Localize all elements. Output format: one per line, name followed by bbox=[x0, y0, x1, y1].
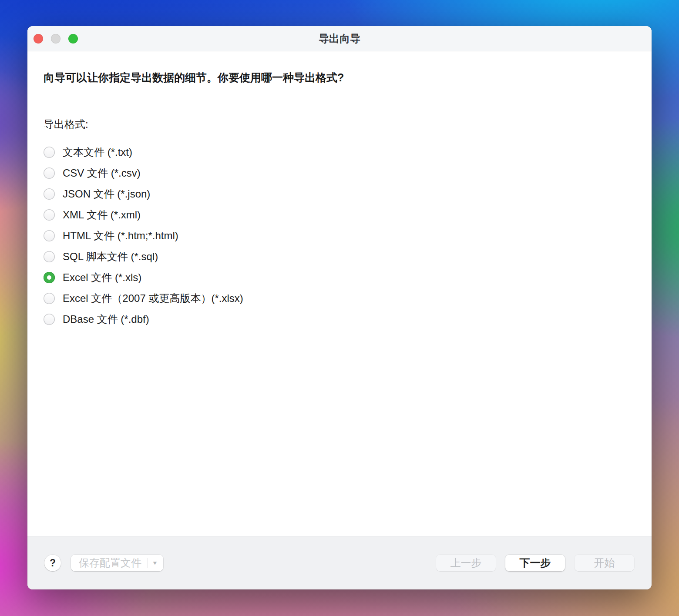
format-radio-list: 文本文件 (*.txt) CSV 文件 (*.csv) JSON 文件 (*.j… bbox=[44, 142, 634, 330]
close-button[interactable] bbox=[34, 34, 43, 44]
chevron-down-icon: ▼ bbox=[152, 560, 158, 566]
format-option-label: SQL 脚本文件 (*.sql) bbox=[63, 250, 158, 264]
radio-button-icon bbox=[44, 209, 55, 221]
radio-button-icon bbox=[44, 251, 55, 262]
format-option-label: 文本文件 (*.txt) bbox=[63, 145, 132, 159]
export-wizard-window: 导出向导 向导可以让你指定导出数据的细节。你要使用哪一种导出格式? 导出格式: … bbox=[27, 26, 652, 589]
format-option-label: Excel 文件 (*.xls) bbox=[63, 271, 141, 285]
format-option[interactable]: CSV 文件 (*.csv) bbox=[44, 163, 634, 184]
help-button[interactable]: ? bbox=[44, 555, 61, 571]
format-option[interactable]: XML 文件 (*.xml) bbox=[44, 204, 634, 225]
format-option-label: HTML 文件 (*.htm;*.html) bbox=[63, 229, 178, 243]
save-profile-button[interactable]: 保存配置文件 ▼ bbox=[71, 555, 163, 571]
format-option[interactable]: SQL 脚本文件 (*.sql) bbox=[44, 246, 634, 267]
format-option[interactable]: DBase 文件 (*.dbf) bbox=[44, 309, 634, 330]
format-option-label: DBase 文件 (*.dbf) bbox=[63, 312, 149, 326]
format-option-label: CSV 文件 (*.csv) bbox=[63, 166, 141, 180]
wizard-content: 向导可以让你指定导出数据的细节。你要使用哪一种导出格式? 导出格式: 文本文件 … bbox=[27, 51, 652, 536]
footer-toolbar: ? 保存配置文件 ▼ 上一步 下一步 开始 bbox=[27, 536, 652, 589]
format-option-label: XML 文件 (*.xml) bbox=[63, 208, 141, 222]
format-option-label: Excel 文件（2007 或更高版本）(*.xlsx) bbox=[63, 291, 243, 305]
format-option[interactable]: Excel 文件 (*.xls) bbox=[44, 267, 634, 288]
format-option[interactable]: 文本文件 (*.txt) bbox=[44, 142, 634, 163]
radio-button-icon bbox=[44, 272, 55, 283]
format-section-label: 导出格式: bbox=[44, 118, 634, 131]
minimize-button[interactable] bbox=[51, 34, 61, 44]
wizard-heading: 向导可以让你指定导出数据的细节。你要使用哪一种导出格式? bbox=[44, 70, 634, 85]
format-option-label: JSON 文件 (*.json) bbox=[63, 187, 150, 201]
radio-button-icon bbox=[44, 167, 55, 179]
radio-button-icon bbox=[44, 188, 55, 200]
previous-button[interactable]: 上一步 bbox=[436, 555, 496, 571]
titlebar: 导出向导 bbox=[27, 26, 652, 51]
radio-button-icon bbox=[44, 230, 55, 241]
window-title: 导出向导 bbox=[319, 32, 360, 46]
window-controls bbox=[34, 26, 78, 51]
save-profile-label: 保存配置文件 bbox=[79, 556, 141, 570]
format-option[interactable]: HTML 文件 (*.htm;*.html) bbox=[44, 225, 634, 246]
format-option[interactable]: Excel 文件（2007 或更高版本）(*.xlsx) bbox=[44, 288, 634, 309]
format-option[interactable]: JSON 文件 (*.json) bbox=[44, 184, 634, 204]
radio-button-icon bbox=[44, 314, 55, 325]
radio-button-icon bbox=[44, 147, 55, 158]
button-divider bbox=[148, 558, 148, 568]
help-icon: ? bbox=[50, 557, 56, 569]
next-button[interactable]: 下一步 bbox=[505, 555, 565, 571]
zoom-button[interactable] bbox=[68, 34, 78, 44]
start-button[interactable]: 开始 bbox=[575, 555, 634, 571]
radio-button-icon bbox=[44, 293, 55, 304]
